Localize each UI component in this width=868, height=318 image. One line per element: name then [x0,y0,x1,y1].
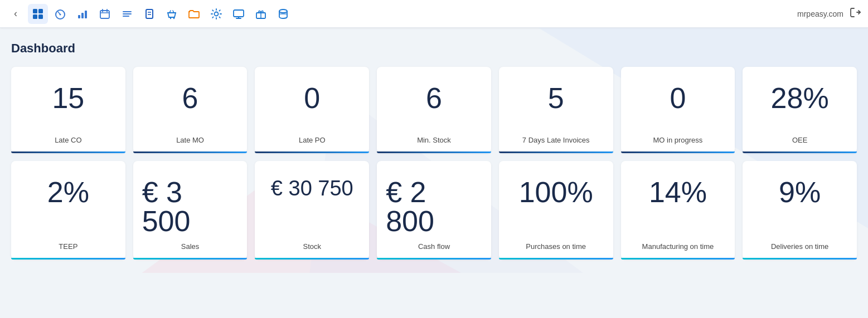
nav-icon-list[interactable] [117,4,137,24]
row2-grid: 2% TEEP € 3 500 Sales € 30 750 Stock € 2… [11,161,857,260]
metric-label-late-mo: Late MO [176,136,204,144]
metric-label-late-co: Late CO [55,136,81,144]
metric-value-sales: € 3 500 [142,178,239,236]
svg-point-28 [279,9,287,13]
nav-icon-basket[interactable] [162,4,182,24]
svg-point-20 [173,17,174,18]
nav-icon-calendar[interactable] [95,4,115,24]
nav-icon-gear[interactable] [206,4,226,24]
svg-rect-22 [234,10,244,17]
metric-card-sales[interactable]: € 3 500 Sales [133,161,248,260]
metric-value-late-po: 0 [304,84,320,112]
metric-value-teep: 2% [47,178,89,207]
metric-value-oee: 28% [771,84,829,112]
svg-rect-8 [85,11,87,18]
site-label: mrpeasy.com [797,9,843,18]
main-content: Dashboard 15 Late CO 6 Late MO 0 Late PO… [0,28,868,273]
metric-card-cash-flow[interactable]: € 2 800 Cash flow [377,161,491,260]
nav-icon-book[interactable] [139,4,159,24]
metric-card-min-stock[interactable]: 6 Min. Stock [377,67,491,153]
nav-icon-db[interactable] [273,4,293,24]
metric-label-manufacturing-on-time: Manufacturing on time [642,242,714,251]
svg-rect-1 [38,9,43,13]
svg-rect-3 [38,14,43,19]
svg-rect-7 [81,13,84,18]
metric-label-deliveries-on-time: Deliveries on time [771,242,828,251]
metric-label-cash-flow: Cash flow [418,242,450,251]
svg-rect-2 [33,14,37,19]
page-title: Dashboard [11,41,857,56]
svg-point-19 [170,17,171,18]
metric-value-late-invoices: 5 [548,84,564,112]
nav-icon-dashboard[interactable] [28,4,48,24]
metric-label-late-invoices: 7 Days Late Invoices [522,136,590,144]
metric-card-oee[interactable]: 28% OEE [743,67,857,153]
nav-icon-speedometer[interactable] [50,4,70,24]
nav-icon-monitor[interactable] [229,4,249,24]
metric-label-stock: Stock [303,242,322,251]
logout-button[interactable] [849,6,861,21]
svg-rect-9 [100,11,109,18]
svg-rect-16 [146,9,153,18]
metric-value-manufacturing-on-time: 14% [649,178,707,207]
metric-card-late-po[interactable]: 0 Late PO [255,67,369,153]
metric-card-deliveries-on-time[interactable]: 9% Deliveries on time [743,161,857,260]
nav-right: mrpeasy.com [797,6,861,21]
navbar: ‹ [0,0,868,28]
svg-point-5 [60,13,61,15]
metric-card-late-invoices[interactable]: 5 7 Days Late Invoices [499,67,613,153]
svg-rect-0 [33,9,37,13]
metric-value-purchases-on-time: 100% [519,178,593,207]
metric-card-stock[interactable]: € 30 750 Stock [255,161,369,260]
metric-card-manufacturing-on-time[interactable]: 14% Manufacturing on time [621,161,735,260]
nav-icons [28,4,797,24]
metric-value-cash-flow: € 2 800 [386,178,482,236]
metric-value-min-stock: 6 [426,84,442,112]
metric-label-teep: TEEP [59,242,77,251]
metric-value-late-mo: 6 [182,84,198,112]
metric-card-teep[interactable]: 2% TEEP [11,161,125,260]
metric-label-oee: OEE [792,136,807,144]
metric-value-late-co: 15 [52,84,84,112]
svg-point-21 [215,12,219,16]
metric-card-late-mo[interactable]: 6 Late MO [133,67,248,153]
metric-label-purchases-on-time: Purchases on time [526,242,586,251]
metric-label-late-po: Late PO [299,136,326,144]
metric-value-mo-in-progress: 0 [670,84,686,112]
metric-label-mo-in-progress: MO in progress [653,136,702,144]
row1-grid: 15 Late CO 6 Late MO 0 Late PO 6 Min. St… [11,67,857,153]
metric-card-purchases-on-time[interactable]: 100% Purchases on time [499,161,613,260]
nav-icon-folder[interactable] [184,4,204,24]
nav-icon-chart[interactable] [72,4,93,24]
nav-icon-gift[interactable] [251,4,271,24]
metric-card-mo-in-progress[interactable]: 0 MO in progress [621,67,735,153]
metric-label-min-stock: Min. Stock [417,136,451,144]
metric-card-late-co[interactable]: 15 Late CO [11,67,125,153]
metric-value-stock: € 30 750 [271,178,353,199]
svg-rect-6 [78,15,80,18]
metric-value-deliveries-on-time: 9% [779,178,821,207]
metric-label-sales: Sales [181,242,200,251]
back-button[interactable]: ‹ [7,5,25,23]
